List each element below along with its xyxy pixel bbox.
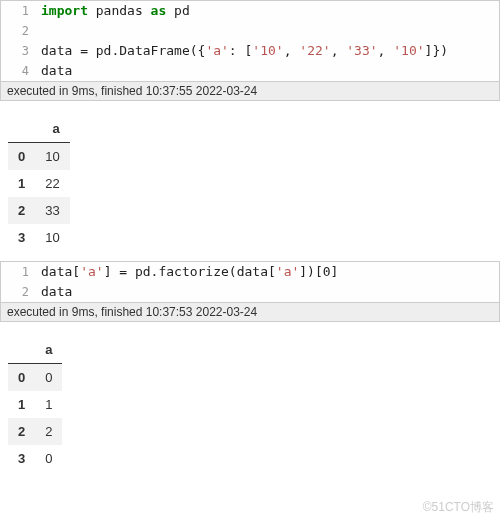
line-number: 4	[1, 61, 37, 81]
table-row: 233	[8, 197, 70, 224]
cell-value: 22	[35, 170, 69, 197]
code-text: data	[37, 282, 72, 302]
table-row: 122	[8, 170, 70, 197]
code-text	[37, 21, 41, 41]
code-line: 3data = pd.DataFrame({'a': ['10', '22', …	[1, 41, 499, 61]
table-corner	[8, 115, 35, 143]
table-corner	[8, 336, 35, 364]
table-row: 00	[8, 364, 62, 392]
output-2: a 00112230	[0, 322, 500, 482]
code-line: 4data	[1, 61, 499, 81]
cell-value: 10	[35, 224, 69, 251]
code-line: 2	[1, 21, 499, 41]
line-number: 1	[1, 262, 37, 282]
table-row: 11	[8, 391, 62, 418]
code-text: data = pd.DataFrame({'a': ['10', '22', '…	[37, 41, 448, 61]
dataframe-table-2: a 00112230	[8, 336, 62, 472]
cell-value: 0	[35, 445, 62, 472]
row-index: 1	[8, 170, 35, 197]
row-index: 1	[8, 391, 35, 418]
row-index: 0	[8, 143, 35, 171]
row-index: 2	[8, 197, 35, 224]
table-row: 310	[8, 224, 70, 251]
dataframe-table-1: a 010122233310	[8, 115, 70, 251]
cell-value: 10	[35, 143, 69, 171]
table-row: 010	[8, 143, 70, 171]
code-line: 1data['a'] = pd.factorize(data['a'])[0]	[1, 262, 499, 282]
code-line: 1import pandas as pd	[1, 1, 499, 21]
cell-value: 1	[35, 391, 62, 418]
column-header: a	[35, 115, 69, 143]
code-line: 2data	[1, 282, 499, 302]
code-text: data	[37, 61, 72, 81]
line-number: 3	[1, 41, 37, 61]
exec-status-1: executed in 9ms, finished 10:37:55 2022-…	[0, 82, 500, 101]
code-cell-2[interactable]: 1data['a'] = pd.factorize(data['a'])[0]2…	[0, 261, 500, 303]
cell-value: 33	[35, 197, 69, 224]
row-index: 3	[8, 224, 35, 251]
code-text: import pandas as pd	[37, 1, 190, 21]
column-header: a	[35, 336, 62, 364]
line-number: 2	[1, 282, 37, 302]
line-number: 2	[1, 21, 37, 41]
cell-value: 0	[35, 364, 62, 392]
row-index: 0	[8, 364, 35, 392]
output-1: a 010122233310	[0, 101, 500, 261]
code-cell-1[interactable]: 1import pandas as pd23data = pd.DataFram…	[0, 0, 500, 82]
row-index: 3	[8, 445, 35, 472]
cell-value: 2	[35, 418, 62, 445]
table-row: 30	[8, 445, 62, 472]
row-index: 2	[8, 418, 35, 445]
table-row: 22	[8, 418, 62, 445]
exec-status-2: executed in 9ms, finished 10:37:53 2022-…	[0, 303, 500, 322]
line-number: 1	[1, 1, 37, 21]
code-text: data['a'] = pd.factorize(data['a'])[0]	[37, 262, 338, 282]
